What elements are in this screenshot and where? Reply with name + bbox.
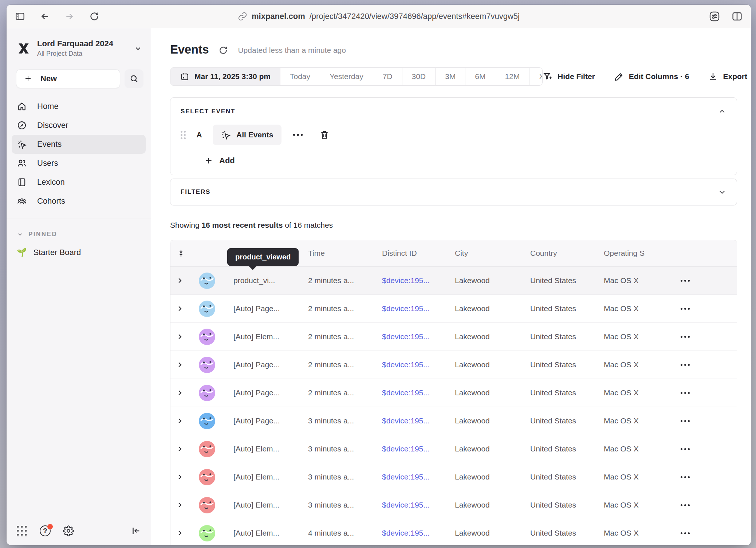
cell-distinct-id[interactable]: $device:195... [382, 529, 455, 537]
chevron-up-icon[interactable] [718, 107, 727, 116]
table-row[interactable]: [Auto] Elem... 3 minutes a... $device:19… [170, 491, 737, 519]
expand-row-icon[interactable] [170, 333, 191, 340]
cell-distinct-id[interactable]: $device:195... [382, 388, 455, 397]
pinned-header-label: PINNED [28, 231, 57, 238]
expand-row-icon[interactable] [170, 529, 191, 537]
hide-filter-label: Hide Filter [558, 72, 595, 81]
expand-row-icon[interactable] [170, 473, 191, 481]
cell-os: Mac OS X [604, 473, 676, 481]
table-row[interactable]: [Auto] Page... 2 minutes a... $device:19… [170, 351, 737, 379]
sidebar-nav-item[interactable]: Home [12, 97, 146, 116]
plus-icon [24, 74, 32, 83]
pinned-section-header[interactable]: PINNED [7, 219, 151, 240]
trash-icon[interactable] [319, 130, 330, 140]
cell-distinct-id[interactable]: $device:195... [382, 276, 455, 285]
row-more-icon[interactable] [678, 530, 692, 536]
table-row[interactable]: [Auto] Elem... 3 minutes a... $device:19… [170, 435, 737, 463]
table-row[interactable]: [Auto] Elem... 2 minutes a... $device:19… [170, 323, 737, 351]
seedling-icon: 🌱 [17, 248, 27, 257]
edit-columns-button[interactable]: Edit Columns · 6 [614, 71, 689, 82]
apps-grid-icon[interactable] [17, 526, 27, 536]
cell-distinct-id[interactable]: $device:195... [382, 501, 455, 509]
chevron-down-icon[interactable] [718, 188, 727, 196]
controls-row: Mar 11, 2025 3:30 pm Today Yesterday [170, 67, 747, 86]
cell-distinct-id[interactable]: $device:195... [382, 445, 455, 453]
event-avatar [199, 497, 215, 513]
row-more-icon[interactable] [678, 474, 692, 480]
sidebar-nav-item[interactable]: Cohorts [12, 192, 146, 211]
expand-row-icon[interactable] [170, 361, 191, 368]
new-button[interactable]: New [16, 69, 120, 88]
help-icon[interactable]: ? [40, 525, 51, 536]
expand-row-icon[interactable] [170, 277, 191, 284]
cell-time: 3 minutes a... [308, 445, 382, 453]
cell-city: Lakewood [455, 276, 530, 285]
add-event-button[interactable]: Add [204, 156, 235, 165]
date-range-button[interactable]: XTD [529, 68, 543, 85]
date-range-button[interactable]: 7D [373, 68, 402, 85]
workspace-switcher[interactable]: Lord Farquaad 2024 All Project Data [7, 28, 151, 61]
sidebar-nav-item[interactable]: Lexicon [12, 173, 146, 192]
tooltip: product_viewed [227, 248, 299, 266]
export-button[interactable]: Export [708, 71, 747, 82]
table-row[interactable]: product_vi... 2 minutes a... $device:195… [170, 267, 737, 295]
table-row[interactable]: [Auto] Page... 3 minutes a... $device:19… [170, 407, 737, 435]
drag-handle-icon[interactable] [181, 131, 186, 139]
row-more-icon[interactable] [678, 278, 692, 284]
row-more-icon[interactable] [678, 502, 692, 508]
cell-distinct-id[interactable]: $device:195... [382, 332, 455, 341]
sidebar-nav-item[interactable]: Discover [12, 116, 146, 135]
expand-row-icon[interactable] [170, 389, 191, 396]
cell-distinct-id[interactable]: $device:195... [382, 360, 455, 369]
filter-plus-icon [543, 71, 553, 82]
cell-time: 2 minutes a... [308, 360, 382, 369]
cell-city: Lakewood [455, 473, 530, 481]
settings-gear-icon[interactable] [63, 525, 74, 536]
sidebar-toggle-icon[interactable] [15, 11, 25, 22]
row-more-icon[interactable] [678, 362, 692, 368]
address-bar[interactable]: mixpanel.com/project/3472420/view/397469… [238, 12, 520, 21]
forward-icon[interactable] [64, 11, 75, 22]
date-range-button[interactable]: Yesterday [320, 68, 373, 85]
sidebar-nav-item[interactable]: Users [12, 154, 146, 173]
row-more-icon[interactable] [678, 390, 692, 396]
table-row[interactable]: [Auto] Page... 2 minutes a... $device:19… [170, 379, 737, 407]
row-more-icon[interactable] [678, 334, 692, 340]
event-selector-chip[interactable]: All Events [213, 125, 281, 145]
row-more-icon[interactable] [678, 418, 692, 424]
row-more-icon[interactable] [678, 306, 692, 312]
sidebar-nav-item[interactable]: Events [12, 135, 146, 154]
pinned-item[interactable]: 🌱 Starter Board [12, 243, 146, 262]
back-icon[interactable] [39, 11, 50, 22]
date-range-button[interactable]: 30D [402, 68, 436, 85]
cell-event-name: [Auto] Page... [233, 360, 308, 369]
collapse-all-icon[interactable] [170, 248, 191, 258]
collapse-sidebar-icon[interactable] [130, 525, 141, 536]
table-row[interactable]: [Auto] Page... 2 minutes a... $device:19… [170, 295, 737, 323]
expand-row-icon[interactable] [170, 417, 191, 424]
date-range-label: XTD [539, 72, 543, 81]
date-range-button[interactable]: 6M [465, 68, 495, 85]
table-row[interactable]: [Auto] Elem... 3 minutes a... $device:19… [170, 463, 737, 491]
date-range-button[interactable]: 3M [436, 68, 465, 85]
refresh-icon[interactable] [218, 45, 228, 55]
row-more-icon[interactable] [678, 446, 692, 452]
reload-icon[interactable] [89, 11, 100, 22]
table-row[interactable]: [Auto] Elem... 4 minutes a... $device:19… [170, 519, 737, 545]
cell-distinct-id[interactable]: $device:195... [382, 304, 455, 313]
date-picker-button[interactable]: Mar 11, 2025 3:30 pm [170, 68, 280, 85]
cell-distinct-id[interactable]: $device:195... [382, 416, 455, 425]
workspace-name: Lord Farquaad 2024 [37, 39, 128, 48]
date-range-button[interactable]: Today [280, 68, 320, 85]
expand-row-icon[interactable] [170, 305, 191, 312]
hide-filter-button[interactable]: Hide Filter [543, 71, 595, 82]
expand-row-icon[interactable] [170, 501, 191, 509]
event-more-icon[interactable] [291, 132, 305, 138]
search-button[interactable] [125, 69, 143, 88]
page-settings-icon[interactable] [709, 11, 720, 22]
split-view-icon[interactable] [731, 11, 743, 22]
sidebar-nav-label: Events [37, 140, 62, 149]
expand-row-icon[interactable] [170, 445, 191, 453]
cell-distinct-id[interactable]: $device:195... [382, 473, 455, 481]
date-range-button[interactable]: 12M [495, 68, 529, 85]
